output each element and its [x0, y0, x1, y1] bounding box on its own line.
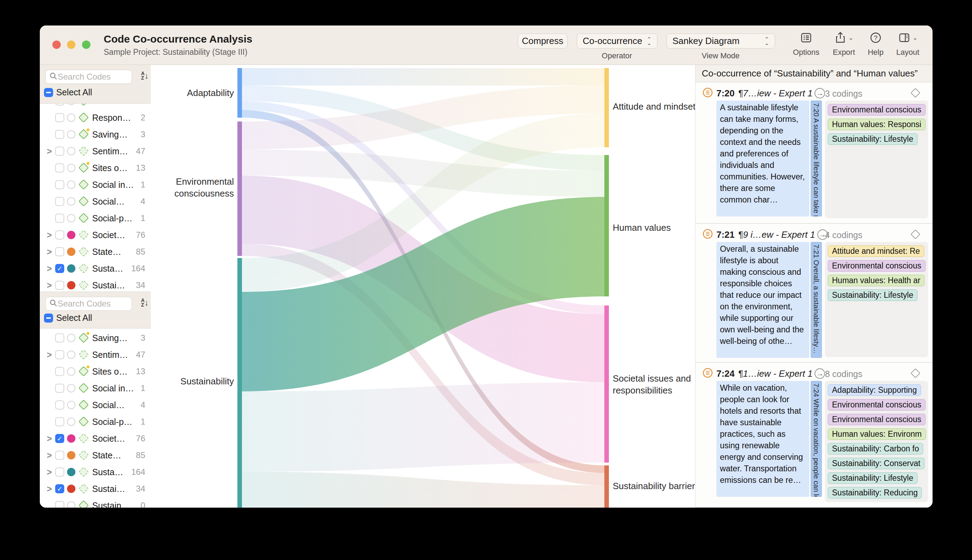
- view-mode-dropdown[interactable]: Sankey Diagram ⌃⌄: [667, 33, 775, 48]
- code-checkbox[interactable]: [55, 180, 64, 189]
- code-row[interactable]: >Societ…76: [40, 227, 151, 243]
- code-checkbox[interactable]: [55, 333, 64, 342]
- code-checkbox[interactable]: [55, 230, 64, 240]
- code-checkbox[interactable]: [55, 367, 64, 376]
- expand-chevron-icon[interactable]: >: [47, 484, 55, 494]
- code-row[interactable]: Social in…1: [40, 380, 151, 397]
- sort-az-icon[interactable]: AZ↓: [141, 298, 149, 307]
- quote-vertical-bar[interactable]: 7:21 Overall, a sustainable lifesty…: [811, 242, 822, 358]
- search-input[interactable]: [58, 72, 120, 82]
- quote-vertical-bar[interactable]: 7:24 While on vacation, people can loo…: [811, 381, 822, 497]
- expand-chevron-icon[interactable]: >: [47, 467, 55, 477]
- search-input[interactable]: [58, 299, 120, 308]
- sankey-node-societal[interactable]: [604, 305, 609, 463]
- coding-tag[interactable]: Human values: Environm: [828, 428, 926, 440]
- sankey-node-environmental[interactable]: [237, 122, 242, 256]
- export-button[interactable]: ⌄ Export: [826, 31, 861, 57]
- coding-tag[interactable]: Sustainability: Lifestyle: [828, 133, 917, 145]
- coding-tag[interactable]: Adaptability: Supporting: [828, 384, 921, 396]
- quote-text[interactable]: While on vacation, people can look for h…: [717, 381, 809, 497]
- sankey-link-adaptability-attitude[interactable]: [242, 68, 604, 85]
- quote-text[interactable]: A sustainable lifestyle can take many fo…: [717, 100, 809, 217]
- coding-tag[interactable]: Sustainability: Lifestyle: [828, 472, 917, 484]
- quote-card[interactable]: 7:20¶7…iew - Expert 1→3 codingsA sustain…: [695, 82, 932, 224]
- coding-tag[interactable]: Environmental conscious: [828, 104, 925, 115]
- code-checkbox[interactable]: [55, 451, 64, 460]
- coding-tag[interactable]: Sustainability: Lifestyle: [828, 290, 917, 301]
- diamond-icon[interactable]: [910, 88, 920, 98]
- quote-vertical-bar[interactable]: 7:20 A sustainable lifestyle can take m…: [811, 100, 822, 217]
- code-row[interactable]: >Sentim…47: [40, 346, 151, 363]
- code-checkbox[interactable]: [55, 501, 64, 508]
- coding-tag[interactable]: Sustainability: Conservat: [828, 458, 925, 469]
- goto-arrow-icon[interactable]: →: [815, 368, 825, 379]
- code-row[interactable]: Saving…3: [40, 126, 151, 143]
- code-row[interactable]: >State…85: [40, 447, 151, 463]
- code-checkbox[interactable]: [55, 247, 64, 256]
- expand-chevron-icon[interactable]: >: [47, 433, 55, 444]
- sort-az-icon[interactable]: AZ↓: [141, 71, 149, 80]
- code-checkbox[interactable]: [55, 384, 64, 393]
- expand-chevron-icon[interactable]: >: [47, 146, 55, 157]
- coding-tag[interactable]: Environmental conscious: [828, 414, 925, 425]
- code-row[interactable]: Sustain…0: [40, 497, 151, 508]
- expand-chevron-icon[interactable]: >: [47, 263, 55, 274]
- coding-tag[interactable]: Environmental conscious: [828, 399, 925, 410]
- select-all-row[interactable]: Select All: [44, 313, 92, 323]
- diamond-icon[interactable]: [910, 368, 920, 378]
- coding-tag[interactable]: Human values: Responsi: [828, 119, 925, 130]
- code-row[interactable]: Social…4: [40, 397, 151, 413]
- code-row[interactable]: Respon…2: [40, 109, 151, 126]
- sankey-node-attitude[interactable]: [604, 68, 609, 147]
- code-checkbox[interactable]: [55, 350, 64, 359]
- select-all-row[interactable]: Select All: [44, 87, 92, 97]
- code-checkbox[interactable]: [55, 163, 64, 172]
- minimize-button[interactable]: [67, 40, 75, 49]
- select-all-checkbox[interactable]: [44, 88, 53, 97]
- select-all-checkbox[interactable]: [44, 313, 53, 323]
- coding-tag[interactable]: Sustainability: Reducing: [828, 487, 922, 498]
- code-checkbox[interactable]: [55, 400, 64, 410]
- code-row[interactable]: >✓Societ…76: [40, 430, 151, 447]
- expand-chevron-icon[interactable]: >: [47, 280, 55, 290]
- code-checkbox[interactable]: [55, 113, 64, 122]
- help-button[interactable]: ? Help: [858, 31, 893, 57]
- code-checkbox[interactable]: [55, 281, 64, 290]
- code-checkbox[interactable]: [55, 467, 64, 477]
- code-row[interactable]: >Susta…164: [40, 463, 151, 480]
- code-checkbox[interactable]: [55, 214, 64, 223]
- coding-tag[interactable]: Sustainability: Carbon fo: [828, 443, 923, 455]
- code-row[interactable]: >Sustai…34: [40, 277, 151, 292]
- code-checkbox[interactable]: [55, 417, 64, 426]
- expand-chevron-icon[interactable]: >: [47, 450, 55, 460]
- sankey-node-human-values[interactable]: [604, 155, 609, 297]
- code-row[interactable]: [40, 104, 151, 109]
- code-row[interactable]: Social-p…1: [40, 413, 151, 430]
- quote-card[interactable]: 7:21¶9 i…ew - Expert 1→4 codingsOverall,…: [695, 224, 932, 363]
- code-checkbox[interactable]: [55, 147, 64, 156]
- sankey-node-sustainability[interactable]: [237, 258, 242, 508]
- options-button[interactable]: Options: [789, 31, 824, 57]
- goto-arrow-icon[interactable]: →: [815, 88, 825, 98]
- sankey-node-barriers[interactable]: [604, 465, 609, 508]
- code-row[interactable]: Social…4: [40, 193, 151, 210]
- code-row[interactable]: >Sentim…47: [40, 143, 151, 160]
- code-row[interactable]: Saving…3: [40, 330, 151, 346]
- expand-chevron-icon[interactable]: >: [47, 230, 55, 240]
- zoom-button[interactable]: [82, 40, 90, 49]
- diamond-icon[interactable]: [910, 229, 920, 239]
- code-row[interactable]: >✓Susta…164: [40, 260, 151, 277]
- close-button[interactable]: [52, 40, 61, 49]
- code-checkbox[interactable]: [55, 197, 64, 206]
- code-row[interactable]: Social-p…1: [40, 210, 151, 227]
- code-checkbox[interactable]: [55, 104, 64, 105]
- expand-chevron-icon[interactable]: >: [47, 247, 55, 257]
- coding-tag[interactable]: Human values: Health ar: [828, 275, 925, 286]
- code-row[interactable]: Sites o…13: [40, 363, 151, 380]
- expand-chevron-icon[interactable]: >: [47, 350, 55, 360]
- code-checkbox[interactable]: ✓: [55, 434, 64, 443]
- code-row[interactable]: Social in…1: [40, 176, 151, 193]
- coding-tag[interactable]: Attitude and mindset: Re: [828, 245, 924, 257]
- layout-button[interactable]: ⌄ Layout: [890, 31, 925, 57]
- operator-dropdown[interactable]: Co-occurrence ⌃⌄: [577, 33, 657, 48]
